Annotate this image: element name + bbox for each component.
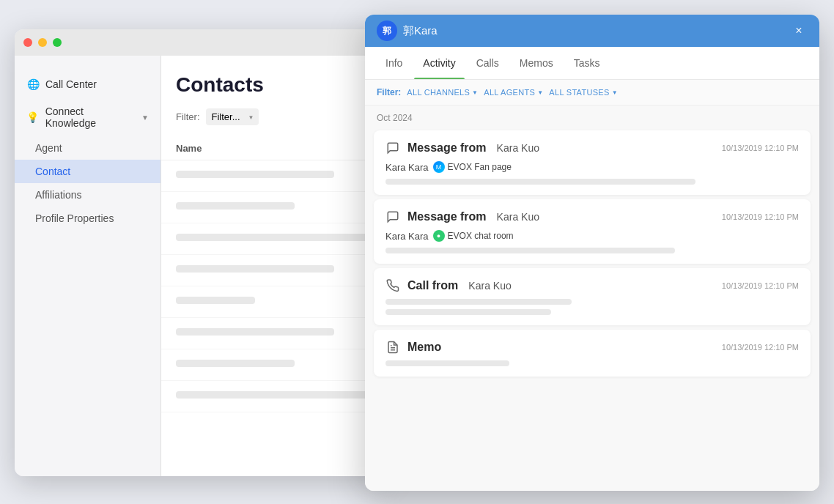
activity-card-call1[interactable]: Call from Kara Kuo 10/13/2019 12:10 PM (374, 268, 811, 325)
sidebar-item-label: Call Center (45, 78, 97, 90)
sidebar-item-agent[interactable]: Agent (15, 136, 160, 160)
traffic-light-yellow[interactable] (38, 38, 47, 47)
activity-contact: Kara Kuo (497, 142, 539, 154)
bulb-icon: 💡 (26, 111, 40, 124)
activity-card-sub: Kara Kara ● EVOX chat room (385, 230, 799, 242)
activity-card-header: Call from Kara Kuo 10/13/2019 12:10 PM (385, 278, 799, 293)
filter-label: Filter: (377, 87, 401, 97)
all-agents-filter[interactable]: ALL AGENTS ▼ (484, 88, 543, 97)
activity-card-left: Message from Kara Kuo (385, 210, 539, 224)
activity-time: 10/13/2019 12:10 PM (722, 343, 799, 352)
tab-memos[interactable]: Memos (511, 47, 562, 79)
activity-card-left: Message from Kara Kuo (385, 141, 539, 155)
contacts-title: Contacts (176, 73, 374, 97)
activity-content: Oct 2024 Message from Kara Kuo 10/13/201… (365, 105, 819, 491)
table-row[interactable] (161, 381, 388, 412)
skeleton-line (385, 360, 509, 366)
sub-name: Kara Kara (385, 231, 429, 242)
filter-label: Filter: (176, 111, 200, 122)
tab-tasks[interactable]: Tasks (565, 47, 609, 79)
activity-card-msg1[interactable]: Message from Kara Kuo 10/13/2019 12:10 P… (374, 130, 811, 195)
activity-type: Message from (407, 141, 487, 155)
skeleton-line (385, 299, 572, 305)
activity-type: Message from (407, 210, 487, 223)
detail-tabs: Info Activity Calls Memos Tasks (365, 47, 819, 80)
window-titlebar (15, 29, 388, 56)
tab-calls[interactable]: Calls (468, 47, 508, 79)
table-row[interactable] (161, 192, 388, 223)
activity-card-header: Memo 10/13/2019 12:10 PM (385, 340, 799, 355)
detail-title: 郭Kara (403, 24, 784, 38)
sidebar: 🌐 Call Center 💡 Connect Knowledge ▼ Agen… (15, 56, 161, 476)
chevron-down-icon: ▼ (612, 89, 618, 96)
chevron-down-icon: ▼ (141, 114, 149, 122)
activity-card-left: Call from Kara Kuo (385, 278, 512, 293)
messenger-icon: M (433, 161, 445, 173)
tab-activity[interactable]: Activity (414, 47, 464, 79)
activity-card-memo1[interactable]: Memo 10/13/2019 12:10 PM (374, 330, 811, 377)
tab-info[interactable]: Info (377, 47, 411, 79)
channel-badge: ● EVOX chat room (433, 230, 514, 242)
detail-window: 郭 郭Kara × Info Activity Calls Memos Task… (365, 15, 819, 491)
all-statuses-filter[interactable]: ALL STATUSES ▼ (549, 88, 617, 97)
skeleton-line (385, 248, 675, 253)
activity-card-header: Message from Kara Kuo 10/13/2019 12:10 P… (385, 210, 799, 224)
detail-titlebar: 郭 郭Kara × (365, 15, 819, 47)
table-row[interactable] (161, 223, 388, 255)
activity-time: 10/13/2019 12:10 PM (722, 281, 799, 290)
chevron-down-icon: ▼ (472, 89, 478, 96)
skeleton-line (385, 179, 695, 185)
avatar: 郭 (377, 21, 397, 41)
all-channels-filter[interactable]: ALL CHANNELS ▼ (407, 88, 478, 97)
activity-card-header: Message from Kara Kuo 10/13/2019 12:10 P… (385, 141, 799, 155)
sidebar-item-call-center[interactable]: 🌐 Call Center (15, 70, 160, 98)
table-row[interactable] (161, 255, 388, 286)
traffic-light-green[interactable] (53, 38, 62, 47)
contacts-panel: Contacts Filter: Filter... Name (161, 56, 388, 476)
contacts-table-header: Name (161, 137, 388, 160)
sidebar-item-contact[interactable]: Contact (15, 160, 160, 183)
table-row[interactable] (161, 286, 388, 318)
globe-icon: 🌐 (26, 78, 40, 91)
activity-contact: Kara Kuo (497, 211, 539, 223)
sidebar-submenu: Agent Contact Affiliations Profile Prope… (15, 136, 160, 230)
contacts-table: Name (161, 137, 388, 412)
channel-badge: M EVOX Fan page (433, 161, 512, 173)
memo-icon (385, 340, 400, 355)
close-button[interactable]: × (790, 22, 808, 40)
sidebar-item-profile-properties[interactable]: Profile Properties (15, 207, 160, 230)
chevron-down-icon: ▼ (537, 89, 543, 96)
sidebar-section-label: Connect Knowledge (45, 105, 136, 129)
skeleton-line (385, 309, 551, 315)
activity-card-left: Memo (385, 340, 441, 355)
sub-name: Kara Kara (385, 162, 429, 173)
phone-icon (385, 278, 400, 293)
table-row[interactable] (161, 318, 388, 349)
main-window: 🌐 Call Center 💡 Connect Knowledge ▼ Agen… (15, 29, 388, 476)
message-icon (385, 141, 400, 155)
contacts-header: Contacts Filter: Filter... (161, 56, 388, 137)
table-row[interactable] (161, 349, 388, 381)
activity-card-sub: Kara Kara M EVOX Fan page (385, 161, 799, 173)
desktop: 🌐 Call Center 💡 Connect Knowledge ▼ Agen… (15, 15, 819, 491)
sidebar-item-affiliations[interactable]: Affiliations (15, 183, 160, 207)
sidebar-item-connect-knowledge[interactable]: 💡 Connect Knowledge ▼ (15, 98, 160, 136)
activity-time: 10/13/2019 12:10 PM (722, 144, 799, 152)
channel-name: EVOX Fan page (448, 162, 512, 172)
activity-type: Call from (407, 279, 458, 292)
date-section: Oct 2024 (365, 105, 819, 126)
message-icon (385, 210, 400, 224)
filter-wrapper[interactable]: Filter... (206, 108, 259, 125)
activity-time: 10/13/2019 12:10 PM (722, 212, 799, 221)
filter-select[interactable]: Filter... (206, 108, 259, 125)
activity-filter-bar: Filter: ALL CHANNELS ▼ ALL AGENTS ▼ ALL … (365, 80, 819, 105)
traffic-light-red[interactable] (23, 38, 32, 47)
chat-icon: ● (433, 230, 445, 242)
main-content: 🌐 Call Center 💡 Connect Knowledge ▼ Agen… (15, 56, 388, 476)
activity-card-msg2[interactable]: Message from Kara Kuo 10/13/2019 12:10 P… (374, 199, 811, 264)
contacts-filter: Filter: Filter... (176, 108, 374, 125)
activity-type: Memo (407, 341, 441, 354)
table-row[interactable] (161, 160, 388, 192)
channel-name: EVOX chat room (448, 231, 514, 241)
activity-contact: Kara Kuo (468, 280, 511, 292)
